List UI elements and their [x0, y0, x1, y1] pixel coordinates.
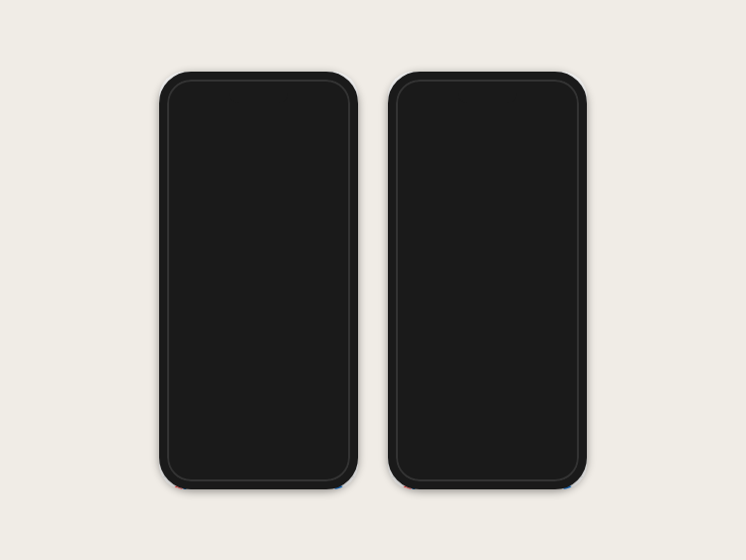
wifi-icon-right: WiFi: [549, 79, 566, 88]
tab-bar-right: 🎯 Discover 🛍 To Go 💳 Wallet 🛒 Cart 👤 My …: [388, 476, 587, 489]
tab-discover-icon-left: 🎯: [172, 484, 187, 489]
details-title-left: Details & exclusions: [169, 229, 348, 239]
phone-screen-right: 2:01 ▲ WiFi ▮ ← Offer details ↑: [388, 72, 587, 489]
shop-label-orderpickup-left: Order Pickup: [206, 210, 238, 217]
offer-expiry-right: Expires October 29 • MFR single-use coup…: [459, 145, 577, 163]
status-icons-left: ▲ WiFi ▮: [309, 79, 344, 88]
nav-bar-right: ← Offer details ↑: [388, 91, 587, 111]
tab-togo-icon-left: 🛍: [213, 484, 225, 489]
shop-option-driveup-right: 🚗 Drive Up: [471, 191, 504, 223]
tab-cart-icon-right: 🛒: [520, 484, 535, 489]
tab-togo-right[interactable]: 🛍 To Go: [428, 481, 467, 489]
details-text-right: $2.00 OFF on any ONE (1) all® Laundry De…: [398, 242, 577, 263]
shop-icon-driveup-left: 🚗: [248, 191, 270, 209]
details-text-left: 10% off all Laundry Detergent Offer vali…: [169, 242, 348, 283]
share-button-left[interactable]: ↑: [343, 94, 349, 106]
signal-icon-right: ▲: [538, 79, 546, 88]
eligible-item-2-right: all: [442, 282, 481, 322]
shop-label-shipping-right: Shipping: [550, 210, 571, 217]
offer-hero-left: 10% off all Laundry Detergent Expires Oc…: [169, 117, 348, 172]
eligible-item-3-left: all: [257, 303, 296, 343]
shop-option-orderpickup-left: 📦 Order Pickup: [206, 191, 239, 223]
back-button-right[interactable]: ←: [398, 93, 410, 107]
status-time-right: 2:01: [402, 78, 422, 89]
shop-label-driveup-left: Drive Up: [248, 210, 269, 217]
offer-discount-right: $2 off: [459, 117, 577, 132]
eligible-items-left: Eligible items all all all: [169, 289, 348, 343]
offer-info-left: 10% off all Laundry Detergent Expires Oc…: [230, 117, 348, 155]
battery-icon-left: ▮: [340, 79, 344, 88]
tab-mytarget-right[interactable]: 👤 My Target: [547, 481, 587, 489]
eligible-item-1-right: all: [398, 282, 438, 322]
tab-discover-left[interactable]: 🎯 Discover: [159, 481, 199, 489]
back-button-left[interactable]: ←: [169, 93, 181, 107]
eligible-title-right: Eligible items: [398, 269, 577, 279]
eligible-item-1-left: all: [169, 303, 209, 343]
eligible-grid-right: all all all: [398, 282, 577, 322]
battery-icon-right: ▮: [569, 79, 573, 88]
tab-wallet-icon-left: 💳: [252, 484, 267, 489]
save-offer-button-right[interactable]: + Save offer: [398, 443, 577, 470]
product-bottle-left: [183, 123, 211, 165]
nav-title-left: Offer details: [227, 94, 290, 106]
eligible-title-left: Eligible items: [169, 289, 348, 299]
product-img-box-left: [172, 119, 222, 169]
eligible-item-3-right: all: [485, 282, 525, 322]
eligible-grid-left: all all all: [169, 303, 348, 343]
eligible-item-2-left: all: [213, 303, 253, 343]
shop-label-sameday-left: Same Day Delivery: [279, 210, 311, 223]
tab-mytarget-left[interactable]: 👤 My Target: [318, 481, 358, 489]
shop-label-shipping-left: Shipping: [321, 210, 342, 217]
shop-label-instore-left: In-store: [176, 210, 195, 217]
shop-icon-instore-right: 🏪: [403, 191, 425, 209]
share-button-right[interactable]: ↑: [572, 94, 578, 106]
shop-icon-sameday-left: 🚚: [284, 191, 306, 209]
tab-mytarget-icon-right: 👤: [560, 484, 575, 489]
tab-cart-left[interactable]: 🛒 Cart: [279, 481, 318, 489]
offer-product-right: all Laundry Detergent: [459, 132, 577, 144]
wifi-icon-left: WiFi: [320, 79, 337, 88]
phone-right: 2:01 ▲ WiFi ▮ ← Offer details ↑: [388, 72, 587, 489]
shop-option-instore-right: 🏪 In-store: [398, 191, 431, 223]
status-icons-right: ▲ WiFi ▮: [538, 79, 573, 88]
valid-label-left: Valid when you shop...: [169, 178, 348, 187]
product-image-left: [169, 117, 224, 172]
product-img-box-right: [401, 119, 451, 169]
screen-content-right: $2 off all Laundry Detergent Expires Oct…: [388, 111, 587, 436]
offer-discount-left: 10% off: [230, 117, 348, 132]
shopping-options-left: 🏪 In-store 📦 Order Pickup 🚗 Drive Up 🚚 S…: [169, 191, 348, 223]
tab-cart-icon-left: 🛒: [291, 484, 306, 489]
shop-option-driveup-left: 🚗 Drive Up: [243, 191, 276, 223]
status-time-left: 2:01: [173, 78, 193, 89]
shop-icon-driveup-right: 🚗: [476, 191, 498, 209]
offer-expiry-left: Expires October 29: [230, 145, 348, 154]
nav-bar-left: ← Offer details ↑: [159, 91, 358, 111]
shopping-options-right: 🏪 In-store 📦 Order Pickup 🚗 Drive Up 🚚 S…: [398, 191, 577, 223]
nav-title-right: Offer details: [456, 94, 519, 106]
shop-label-orderpickup-right: Order Pickup: [435, 210, 466, 217]
tab-mytarget-icon-left: 👤: [331, 484, 346, 489]
shop-label-driveup-right: Drive Up: [476, 210, 497, 217]
shop-option-sameday-right: 🚚 Same Day Delivery: [507, 191, 540, 223]
tab-cart-right[interactable]: 🛒 Cart: [507, 481, 547, 489]
tab-wallet-right[interactable]: 💳 Wallet: [467, 481, 507, 489]
save-btn-container-right: + Save offer: [388, 436, 587, 476]
save-offer-button-left[interactable]: + Save offer: [169, 443, 348, 470]
screen-content-left: 10% off all Laundry Detergent Expires Oc…: [159, 111, 358, 436]
tab-wallet-left[interactable]: 💳 Wallet: [239, 481, 279, 489]
shop-option-shipping-right: 📫 Shipping: [544, 191, 577, 223]
tab-discover-icon-right: 🎯: [401, 484, 416, 489]
signal-icon-left: ▲: [309, 79, 317, 88]
offer-product-left: all Laundry Detergent: [230, 132, 348, 144]
tab-bar-left: 🎯 Discover 🛍 To Go 💳 Wallet 🛒 Cart 👤 My …: [159, 476, 358, 489]
shop-option-sameday-left: 🚚 Same Day Delivery: [279, 191, 311, 223]
shop-label-sameday-right: Same Day Delivery: [507, 210, 540, 223]
details-title-right: Details & exclusions: [398, 229, 577, 239]
shop-option-instore-left: 🏪 In-store: [169, 191, 202, 223]
status-bar-left: 2:01 ▲ WiFi ▮: [159, 72, 358, 91]
tab-discover-right[interactable]: 🎯 Discover: [388, 481, 428, 489]
phone-left: 2:01 ▲ WiFi ▮ ← Offer details ↑: [159, 72, 358, 489]
offer-hero-right: $2 off all Laundry Detergent Expires Oct…: [398, 117, 577, 172]
shop-icon-shipping-right: 📫: [550, 191, 572, 209]
tab-togo-left[interactable]: 🛍 To Go: [199, 481, 239, 489]
